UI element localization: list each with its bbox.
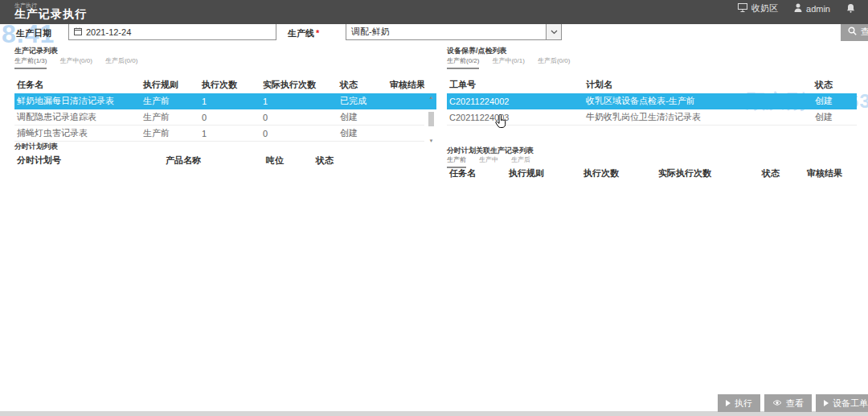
calendar-icon <box>74 27 82 37</box>
footer-actions: 执行 查看 设备工单执行 ✓ 完成 <box>718 394 868 412</box>
equipment-table: 工单号 计划名 状态 C20211224002 收乳区域设备点检表-生产前 创建… <box>447 76 857 126</box>
search-button[interactable]: 查询 <box>841 22 868 41</box>
search-icon <box>848 27 857 37</box>
scroll-down-icon[interactable]: ▼ <box>429 138 434 144</box>
tab-post-production[interactable]: 生产后(0/0) <box>538 56 570 69</box>
table-header: 任务名 执行规则 执行次数 实际执行次数 状态 审核结果 <box>14 76 424 93</box>
production-record-tabs: 生产前(1/3) 生产中(0/0) 生产后(0/0) <box>14 56 137 69</box>
status-badge: 创建 <box>338 127 387 139</box>
production-date-label: 生产日期 <box>16 27 51 39</box>
topbar: 生产执行 生产记录执行 收奶区 admin <box>0 0 868 24</box>
table-row[interactable]: 捕蝇灯虫害记录表 生产前 1 0 创建 <box>14 126 424 142</box>
scroll-up-icon[interactable]: ▲ <box>429 94 434 101</box>
chevron-down-icon[interactable] <box>546 24 561 39</box>
bell-icon <box>846 3 855 14</box>
scrollbar-thumb[interactable] <box>428 112 434 126</box>
notifications-button[interactable] <box>846 3 855 14</box>
table-header: 任务名 执行规则 执行次数 实际执行次数 状态 审核结果 <box>447 164 857 182</box>
page-title: 生产记录执行 <box>14 7 87 22</box>
monitor-icon <box>738 3 747 14</box>
view-button[interactable]: 查看 <box>764 394 812 412</box>
status-badge: 创建 <box>813 95 857 107</box>
topbar-right: 收奶区 admin <box>738 0 855 17</box>
time-plan-table: 分时计划号 产品名称 吨位 状态 <box>14 151 424 169</box>
mouse-cursor-icon <box>495 114 506 132</box>
production-date-input[interactable]: 2021-12-24 <box>68 23 276 40</box>
production-line-value: 调配-鲜奶 <box>351 26 390 38</box>
play-icon <box>726 400 731 406</box>
tab-pre-production[interactable]: 生产前(0/2) <box>447 56 479 69</box>
vertical-scrollbar[interactable]: ▲ ▼ <box>426 94 436 144</box>
equipment-list-title: 设备保养/点检列表 <box>447 46 507 56</box>
table-row[interactable]: C20211224003 牛奶收乳岗位卫生清洁记录表 创建 <box>447 109 857 126</box>
eye-icon <box>772 398 782 408</box>
equipment-execute-button[interactable]: 设备工单执行 <box>816 394 868 412</box>
production-record-table: 任务名 执行规则 执行次数 实际执行次数 状态 审核结果 鲜奶地漏每日清洁记录表… <box>14 76 424 142</box>
table-header: 分时计划号 产品名称 吨位 状态 <box>14 151 424 169</box>
time-plan-record-table: 任务名 执行规则 执行次数 实际执行次数 状态 审核结果 <box>447 164 857 182</box>
user-icon <box>794 3 802 14</box>
production-record-list-title: 生产记录列表 <box>14 46 58 56</box>
status-badge: 已完成 <box>338 95 387 107</box>
production-date-value: 2021-12-24 <box>86 27 131 37</box>
table-row[interactable]: 鲜奶地漏每日清洁记录表 生产前 1 1 已完成 <box>14 93 436 109</box>
tab-post-production[interactable]: 生产后(0/0) <box>105 56 137 69</box>
play-icon <box>824 400 829 406</box>
user-menu[interactable]: admin <box>794 3 830 14</box>
table-row[interactable]: 调配隐患记录追踪表 生产前 0 0 创建 <box>14 109 424 126</box>
username-label: admin <box>806 4 830 14</box>
table-row[interactable]: C20211224002 收乳区域设备点检表-生产前 创建 <box>447 93 857 109</box>
production-line-label: 生产线* <box>288 27 319 39</box>
execute-button[interactable]: 执行 <box>718 394 760 412</box>
tab-in-production[interactable]: 生产中(0/0) <box>59 56 92 69</box>
workstation-button[interactable]: 收奶区 <box>738 2 778 14</box>
status-badge: 创建 <box>813 111 857 123</box>
table-header: 工单号 计划名 状态 <box>447 76 857 93</box>
tab-in-production[interactable]: 生产中(0/1) <box>492 56 524 69</box>
search-button-label: 查询 <box>861 26 868 38</box>
production-line-select[interactable]: 调配-鲜奶 <box>346 23 562 40</box>
required-asterisk: * <box>316 28 319 38</box>
status-badge: 创建 <box>338 111 387 123</box>
tab-pre-production[interactable]: 生产前(1/3) <box>14 56 47 69</box>
equipment-list-tabs: 生产前(0/2) 生产中(0/1) 生产后(0/0) <box>447 56 570 69</box>
workstation-label: 收奶区 <box>751 2 778 14</box>
